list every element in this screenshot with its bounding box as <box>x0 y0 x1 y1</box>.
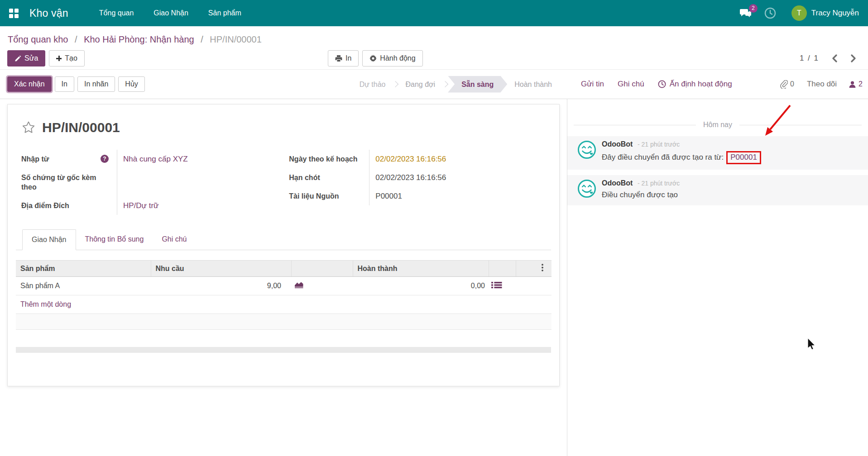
tab-operations[interactable]: Giao Nhận <box>22 229 76 250</box>
attachments-button[interactable]: 0 <box>780 80 794 89</box>
person-icon <box>849 81 856 88</box>
source-transfer-link[interactable]: P00001 <box>730 153 757 162</box>
move-lines-table: Sản phẩm Nhu cầu Hoàn thành <box>16 260 551 330</box>
print-report-button[interactable]: In <box>55 76 74 92</box>
column-header-product[interactable]: Sản phẩm <box>16 261 151 277</box>
attachment-count: 0 <box>790 80 794 88</box>
scheduled-date-value[interactable]: 02/02/2023 16:16:56 <box>369 150 446 168</box>
content-area: HP/IN/00001 Nhập từ ? Nhà cung cấp XYZ <box>0 99 868 456</box>
horizontal-scrollbar-track[interactable] <box>16 347 551 353</box>
breadcrumb: Tổng quan kho / Kho Hải Phòng: Nhận hàng… <box>0 26 868 48</box>
log-note-button[interactable]: Ghi chú <box>618 80 644 89</box>
form-sheet: HP/IN/00001 Nhập từ ? Nhà cung cấp XYZ <box>7 104 560 386</box>
partner-link[interactable]: Nhà cung cấp XYZ <box>123 155 188 163</box>
action-button[interactable]: Hành động <box>362 50 422 66</box>
cell-product[interactable]: Sản phẩm A <box>16 277 151 295</box>
field-label: Tài liệu Nguồn <box>289 191 364 201</box>
control-panel: Sửa Tạo In Hành động 1 / 1 <box>0 48 868 69</box>
empty-row <box>16 314 551 330</box>
column-header-done[interactable]: Hoàn thành <box>353 261 489 277</box>
create-button[interactable]: Tạo <box>49 50 85 66</box>
column-header-empty <box>291 261 353 277</box>
pager-previous-icon[interactable] <box>831 54 838 63</box>
breadcrumb-link-overview[interactable]: Tổng quan kho <box>8 34 68 44</box>
gear-icon <box>369 55 377 62</box>
plus-icon <box>56 56 62 61</box>
chevron-right-icon <box>442 81 448 87</box>
chatter-toolbar-right: 0 Theo dõi 2 <box>780 80 863 89</box>
breadcrumb-link-operation[interactable]: Kho Hải Phòng: Nhận hàng <box>84 34 194 44</box>
schedule-activity-button[interactable]: Ấn định hoạt động <box>658 80 732 89</box>
activities-clock-icon[interactable] <box>764 7 776 19</box>
message-timestamp: - 21 phút trước <box>638 180 680 187</box>
field-row-destination-location: Địa điểm Đích HP/Dự trữ <box>21 196 281 215</box>
message-text: Điều chuyển được tạo <box>602 190 861 200</box>
list-icon <box>491 281 503 289</box>
validate-button[interactable]: Xác nhận <box>7 76 52 92</box>
table-header-row: Sản phẩm Nhu cầu Hoàn thành <box>16 261 551 277</box>
menu-item-operations[interactable]: Giao Nhận <box>144 0 198 26</box>
form-statusbar: Xác nhận In In nhãn Hủy Dự thảo Đang đợi… <box>0 70 567 99</box>
favorite-star-icon[interactable] <box>21 120 36 135</box>
follower-count: 2 <box>858 80 863 88</box>
follow-button[interactable]: Theo dõi <box>807 80 837 89</box>
form-pane: HP/IN/00001 Nhập từ ? Nhà cung cấp XYZ <box>0 99 567 456</box>
edit-button[interactable]: Sửa <box>7 50 45 66</box>
cell-done[interactable]: 0,00 <box>353 277 489 295</box>
cancel-button[interactable]: Hủy <box>118 76 144 92</box>
send-message-button[interactable]: Gửi tin <box>581 80 604 89</box>
main-menu: Tổng quan Giao Nhận Sản phẩm <box>89 0 251 26</box>
add-line-link[interactable]: Thêm một dòng <box>16 295 551 314</box>
apps-menu-icon[interactable] <box>9 9 19 18</box>
location-link[interactable]: HP/Dự trữ <box>123 201 158 210</box>
area-chart-icon <box>293 281 305 289</box>
top-navbar: Kho vận Tổng quan Giao Nhận Sản phẩm 2 T <box>0 0 868 26</box>
field-groups: Nhập từ ? Nhà cung cấp XYZ Số chứng từ g… <box>16 150 551 215</box>
app-title[interactable]: Kho vận <box>29 7 68 19</box>
detailed-operations-button[interactable] <box>489 277 516 295</box>
statusbar-row: Xác nhận In In nhãn Hủy Dự thảo Đang đợi… <box>0 69 868 99</box>
optional-columns-toggle[interactable] <box>516 261 551 277</box>
field-value-empty[interactable] <box>117 168 123 196</box>
pager-count: 1 / 1 <box>800 54 819 63</box>
printer-icon <box>335 55 342 62</box>
sheet-spacer <box>16 330 551 347</box>
add-line-row: Thêm một dòng <box>16 295 551 314</box>
chatter-pane: Hôm nay OdooBot - 21 phút trước <box>567 99 868 456</box>
odoobot-avatar <box>577 140 596 161</box>
field-label: Hạn chót <box>289 173 364 182</box>
date-divider-label: Hôm nay <box>703 121 732 129</box>
menu-item-overview[interactable]: Tổng quan <box>89 0 144 26</box>
tab-additional-info[interactable]: Thông tin Bổ sung <box>76 229 153 250</box>
chatter-toolbar: Gửi tin Ghi chú Ấn định hoạt động 0 Theo… <box>567 70 868 99</box>
help-icon[interactable]: ? <box>101 155 109 163</box>
print-button[interactable]: In <box>328 50 359 66</box>
breadcrumb-separator: / <box>75 34 77 44</box>
breadcrumb-separator: / <box>201 34 203 44</box>
followers-button[interactable]: 2 <box>849 80 863 88</box>
field-group-right: Ngày theo kế hoạch 02/02/2023 16:16:56 H… <box>289 150 548 215</box>
pager-next-icon[interactable] <box>850 54 857 63</box>
message-author[interactable]: OdooBot <box>602 179 633 187</box>
step-done[interactable]: Hoàn thành <box>507 76 559 93</box>
pager: 1 / 1 <box>800 54 857 63</box>
tab-note[interactable]: Ghi chú <box>153 229 196 250</box>
table-row[interactable]: Sản phẩm A 9,00 0,00 <box>16 277 551 295</box>
column-header-demand[interactable]: Nhu cầu <box>151 261 291 277</box>
print-label-button[interactable]: In nhãn <box>77 76 115 92</box>
step-waiting[interactable]: Đang đợi <box>398 76 442 93</box>
message-author[interactable]: OdooBot <box>602 140 633 148</box>
messages-icon[interactable]: 2 <box>739 8 752 18</box>
title-row: HP/IN/00001 <box>16 120 551 135</box>
user-avatar[interactable]: T <box>791 5 807 21</box>
step-draft[interactable]: Dự thảo <box>352 76 393 93</box>
step-ready-active[interactable]: Sẵn sàng <box>448 76 507 93</box>
menu-item-products[interactable]: Sản phẩm <box>198 0 251 26</box>
clock-icon <box>658 80 666 88</box>
forecast-chart-button[interactable] <box>291 277 353 295</box>
field-row-deadline: Hạn chót 02/02/2023 16:16:56 <box>289 168 548 187</box>
cell-demand[interactable]: 9,00 <box>151 277 291 295</box>
message-timestamp: - 21 phút trước <box>638 141 680 148</box>
paperclip-icon <box>780 80 788 89</box>
user-name[interactable]: Tracy Nguyễn <box>811 9 859 18</box>
